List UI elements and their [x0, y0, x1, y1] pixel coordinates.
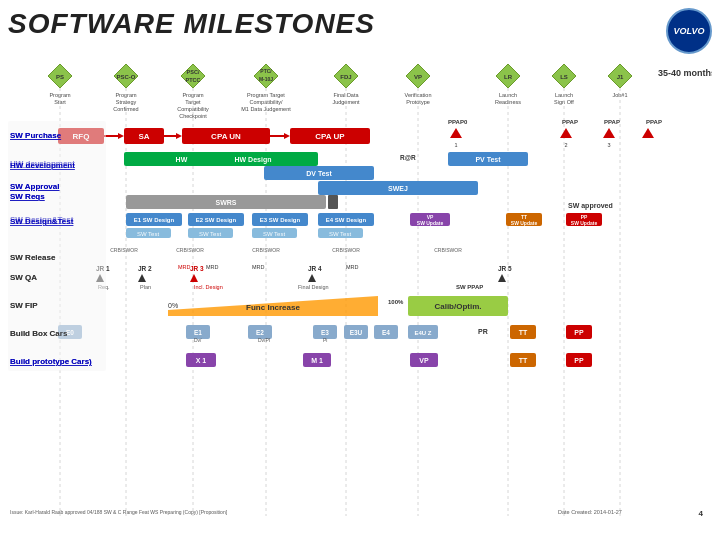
- svg-text:DV Test: DV Test: [306, 170, 332, 177]
- svg-text:35-40 months: 35-40 months: [658, 68, 712, 78]
- svg-text:0%: 0%: [168, 302, 178, 309]
- svg-text:JR 4: JR 4: [308, 265, 322, 272]
- svg-text:SW Test: SW Test: [137, 231, 160, 237]
- svg-text:LS: LS: [560, 74, 568, 80]
- svg-text:J1: J1: [617, 74, 624, 80]
- svg-text:PPAP: PPAP: [604, 119, 620, 125]
- svg-text:Plan: Plan: [140, 284, 151, 290]
- svg-text:Date Created: 2014-01-27: Date Created: 2014-01-27: [558, 509, 622, 515]
- svg-text:3: 3: [607, 142, 610, 148]
- svg-text:FDJ: FDJ: [340, 74, 351, 80]
- svg-marker-63: [284, 133, 290, 139]
- svg-text:Build prototype Cars): Build prototype Cars): [10, 357, 92, 366]
- svg-text:M-10J: M-10J: [259, 76, 273, 82]
- svg-text:SW Test: SW Test: [329, 231, 352, 237]
- svg-text:R@R: R@R: [400, 154, 416, 161]
- svg-text:LR: LR: [504, 74, 513, 80]
- svg-text:SW Approval: SW Approval: [10, 182, 59, 191]
- svg-text:PSC-O: PSC-O: [116, 74, 135, 80]
- svg-text:SW Test: SW Test: [199, 231, 222, 237]
- svg-text:M 1: M 1: [311, 357, 323, 364]
- svg-text:PPAP0: PPAP0: [448, 119, 468, 125]
- svg-text:PR: PR: [478, 328, 488, 335]
- svg-text:Final Data: Final Data: [333, 92, 359, 98]
- svg-text:E3 SW Design: E3 SW Design: [260, 217, 301, 223]
- svg-text:SW Design&Test: SW Design&Test: [10, 217, 74, 226]
- svg-text:4: 4: [699, 509, 704, 518]
- svg-text:PTC/: PTC/: [260, 68, 272, 74]
- svg-text:SW QA: SW QA: [10, 273, 37, 282]
- svg-text:Calib/Optim.: Calib/Optim.: [434, 302, 481, 311]
- svg-text:HW development: HW development: [10, 161, 75, 170]
- svg-marker-65: [450, 128, 462, 138]
- svg-text:Pi: Pi: [323, 337, 327, 343]
- svg-marker-69: [603, 128, 615, 138]
- svg-text:SW FIP: SW FIP: [10, 301, 38, 310]
- svg-text:PPAP: PPAP: [646, 119, 662, 125]
- svg-text:SW Update: SW Update: [571, 220, 598, 226]
- svg-text:JR 2: JR 2: [138, 265, 152, 272]
- svg-text:MRD: MRD: [252, 264, 265, 270]
- page-title: SOFTWARE MILESTONES: [8, 8, 666, 40]
- svg-text:2: 2: [564, 142, 567, 148]
- header-left: SOFTWARE MILESTONES: [8, 8, 666, 40]
- svg-marker-4: [181, 64, 205, 88]
- svg-text:SW PPAP: SW PPAP: [456, 284, 483, 290]
- svg-text:JR 5: JR 5: [498, 265, 512, 272]
- svg-text:CRB/SWOR: CRB/SWOR: [434, 247, 462, 253]
- svg-text:Dv/: Dv/: [194, 337, 202, 343]
- svg-marker-106: [138, 274, 146, 282]
- svg-marker-107: [190, 274, 198, 282]
- svg-text:PPAP: PPAP: [562, 119, 578, 125]
- page-container: SOFTWARE MILESTONES VOLVO PS PSC-O PSC/ …: [0, 0, 720, 540]
- svg-text:SW Purchase: SW Purchase: [10, 131, 62, 140]
- svg-text:MRD: MRD: [178, 264, 191, 270]
- svg-text:PP: PP: [574, 357, 584, 364]
- svg-text:JR 3: JR 3: [190, 265, 204, 272]
- svg-marker-108: [308, 274, 316, 282]
- svg-text:E4U Z: E4U Z: [414, 330, 431, 336]
- svg-text:PSC/: PSC/: [187, 69, 200, 75]
- svg-text:Dv/PI: Dv/PI: [258, 337, 270, 343]
- svg-text:E2: E2: [256, 329, 264, 336]
- svg-text:Incl. Design: Incl. Design: [194, 284, 223, 290]
- header-row: SOFTWARE MILESTONES VOLVO: [8, 8, 712, 54]
- svg-text:HW Design: HW Design: [235, 156, 272, 164]
- svg-text:E1: E1: [194, 329, 202, 336]
- svg-text:SW approved: SW approved: [568, 202, 613, 210]
- svg-text:Build Box Cars: Build Box Cars: [10, 329, 68, 338]
- svg-text:SW Update: SW Update: [417, 220, 444, 226]
- svg-text:Issue: Karl-Harald Raab approv: Issue: Karl-Harald Raab approved 04/188 …: [10, 509, 228, 515]
- volvo-logo: VOLVO: [666, 8, 712, 54]
- svg-text:E4 SW Design: E4 SW Design: [326, 217, 367, 223]
- svg-text:MRD: MRD: [206, 264, 219, 270]
- svg-text:CRB/SWOR: CRB/SWOR: [176, 247, 204, 253]
- svg-text:SWEJ: SWEJ: [388, 185, 408, 192]
- svg-text:CRB/SWOR: CRB/SWOR: [252, 247, 280, 253]
- svg-text:SA: SA: [138, 132, 149, 141]
- svg-text:TT: TT: [519, 357, 528, 364]
- svg-text:E4: E4: [382, 329, 390, 336]
- svg-text:Final Design: Final Design: [298, 284, 329, 290]
- svg-marker-57: [118, 133, 124, 139]
- svg-text:PP: PP: [574, 329, 584, 336]
- svg-text:SW Test: SW Test: [263, 231, 286, 237]
- svg-text:SW Update: SW Update: [511, 220, 538, 226]
- svg-text:Func Increase: Func Increase: [246, 303, 300, 312]
- svg-marker-109: [498, 274, 506, 282]
- svg-text:SWRS: SWRS: [216, 199, 237, 206]
- svg-text:PV Test: PV Test: [475, 156, 501, 163]
- svg-text:PTCC: PTCC: [186, 77, 201, 83]
- svg-marker-71: [642, 128, 654, 138]
- svg-text:CPA UP: CPA UP: [315, 132, 345, 141]
- svg-text:MRD: MRD: [346, 264, 359, 270]
- svg-text:CRB/SWOR: CRB/SWOR: [110, 247, 138, 253]
- svg-text:TT: TT: [519, 329, 528, 336]
- svg-text:VP: VP: [414, 74, 422, 80]
- svg-marker-67: [560, 128, 572, 138]
- svg-text:SW Reqs: SW Reqs: [10, 192, 45, 201]
- svg-text:SW Release: SW Release: [10, 253, 56, 262]
- svg-marker-60: [176, 133, 182, 139]
- header-right: VOLVO: [666, 8, 712, 54]
- gantt-chart: PS PSC-O PSC/ PTCC PTC/ M-10J FDJ VP LR …: [8, 56, 712, 526]
